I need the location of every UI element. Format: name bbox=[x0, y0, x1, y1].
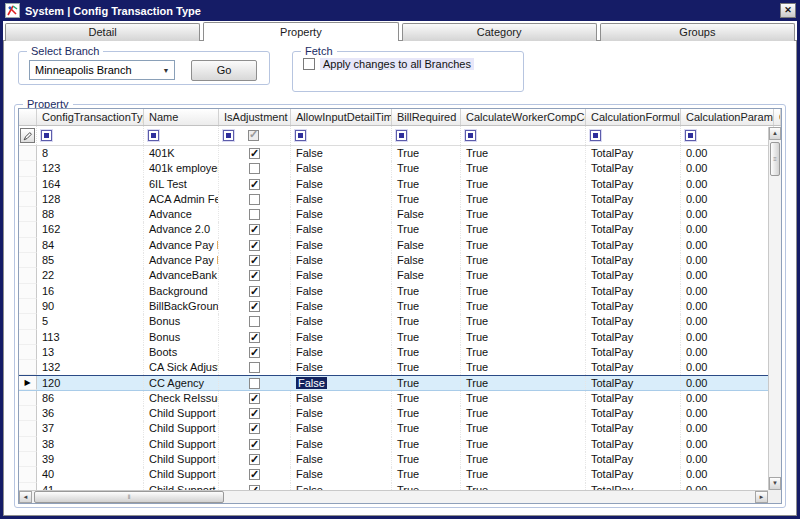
filter-icon[interactable] bbox=[685, 130, 696, 141]
cell-calculation-formula[interactable]: TotalPay bbox=[586, 268, 681, 283]
is-adjustment-checkbox[interactable] bbox=[249, 378, 260, 389]
table-row[interactable]: 40Child Support 5FalseTrueTrueTotalPay0.… bbox=[19, 467, 781, 482]
cell-name[interactable]: Advance Pay Back bbox=[144, 238, 219, 253]
cell-allow-input-detail-time[interactable]: False bbox=[291, 391, 392, 406]
cell-calculate-worker-comp-cost[interactable]: True bbox=[461, 345, 586, 360]
cell-calculate-worker-comp-cost[interactable]: True bbox=[461, 253, 586, 268]
is-adjustment-checkbox[interactable] bbox=[249, 163, 260, 174]
cell-allow-input-detail-time[interactable]: False bbox=[291, 284, 392, 299]
cell-name[interactable]: Advance bbox=[144, 207, 219, 222]
column-header-name[interactable]: Name bbox=[144, 109, 219, 125]
cell-is-adjustment[interactable] bbox=[219, 207, 291, 222]
cell-calculation-formula[interactable]: TotalPay bbox=[586, 222, 681, 237]
cell-calculation-parameter[interactable]: 0.00 bbox=[681, 207, 774, 222]
cell-bill-required[interactable]: True bbox=[392, 360, 461, 375]
branch-select[interactable]: Minneapolis Branch ▼ bbox=[29, 60, 175, 80]
cell-calculation-parameter[interactable]: 0.00 bbox=[681, 192, 774, 207]
cell-config-transaction-type-id[interactable]: 113 bbox=[37, 330, 144, 345]
cell-calculation-formula[interactable]: TotalPay bbox=[586, 192, 681, 207]
cell-name[interactable]: 6IL Test bbox=[144, 177, 219, 192]
cell-config-transaction-type-id[interactable]: 128 bbox=[37, 192, 144, 207]
cell-allow-input-detail-time[interactable]: False bbox=[291, 146, 392, 161]
cell-allow-input-detail-time[interactable]: False bbox=[291, 222, 392, 237]
is-adjustment-checkbox[interactable] bbox=[249, 469, 260, 480]
row-header[interactable] bbox=[19, 330, 37, 345]
table-row[interactable]: 90BillBackGroundC...FalseTrueTrueTotalPa… bbox=[19, 299, 781, 314]
cell-calculation-parameter[interactable]: 0.00 bbox=[681, 146, 774, 161]
is-adjustment-checkbox[interactable] bbox=[249, 209, 260, 220]
row-header[interactable] bbox=[19, 299, 37, 314]
cell-calculation-parameter[interactable]: 0.00 bbox=[681, 314, 774, 329]
is-adjustment-checkbox[interactable] bbox=[249, 270, 260, 281]
filter-icon[interactable] bbox=[396, 130, 407, 141]
table-row[interactable]: 13BootsFalseTrueTrueTotalPay0.000 bbox=[19, 345, 781, 360]
column-header-bill-required[interactable]: BillRequired bbox=[392, 109, 461, 125]
is-adjustment-checkbox[interactable] bbox=[249, 179, 260, 190]
is-adjustment-checkbox[interactable] bbox=[249, 408, 260, 419]
cell-is-adjustment[interactable] bbox=[219, 330, 291, 345]
cell-name[interactable]: Child Support 4 bbox=[144, 452, 219, 467]
cell-allow-input-detail-time[interactable]: False bbox=[291, 253, 392, 268]
cell-calculation-formula[interactable]: TotalPay bbox=[586, 406, 681, 421]
filter-icon[interactable] bbox=[590, 130, 601, 141]
cell-allow-input-detail-time[interactable]: False bbox=[291, 207, 392, 222]
cell-allow-input-detail-time[interactable]: False bbox=[291, 268, 392, 283]
table-row[interactable]: 1646IL TestFalseTrueTrueTotalPay0.000 bbox=[19, 177, 781, 192]
cell-calculation-formula[interactable]: TotalPay bbox=[586, 146, 681, 161]
cell-name[interactable]: Boots bbox=[144, 345, 219, 360]
table-row[interactable]: 88AdvanceFalseFalseTrueTotalPay0.000 bbox=[19, 207, 781, 222]
selected-cell-value[interactable]: False bbox=[296, 377, 327, 389]
cell-bill-required[interactable]: True bbox=[392, 284, 461, 299]
cell-bill-required[interactable]: True bbox=[392, 299, 461, 314]
cell-name[interactable]: Child Support 1 bbox=[144, 406, 219, 421]
row-header[interactable] bbox=[19, 452, 37, 467]
table-row[interactable]: 85Advance Pay Ba...FalseFalseTrueTotalPa… bbox=[19, 253, 781, 268]
cell-allow-input-detail-time[interactable]: False bbox=[291, 345, 392, 360]
row-header[interactable] bbox=[19, 192, 37, 207]
pencil-icon[interactable] bbox=[20, 128, 35, 143]
cell-is-adjustment[interactable] bbox=[219, 406, 291, 421]
cell-is-adjustment[interactable] bbox=[219, 360, 291, 375]
tab-property[interactable]: Property bbox=[203, 22, 398, 41]
cell-is-adjustment[interactable] bbox=[219, 314, 291, 329]
row-header[interactable] bbox=[19, 360, 37, 375]
row-header[interactable] bbox=[19, 238, 37, 253]
cell-bill-required[interactable]: True bbox=[392, 314, 461, 329]
row-header[interactable] bbox=[19, 391, 37, 406]
cell-calculation-formula[interactable]: TotalPay bbox=[586, 161, 681, 176]
table-row[interactable]: 8401KFalseTrueTrueTotalPay0.000 bbox=[19, 146, 781, 161]
tab-category[interactable]: Category bbox=[402, 23, 597, 41]
horizontal-scrollbar[interactable]: ◄ ⦀ ► bbox=[19, 490, 768, 503]
cell-allow-input-detail-time[interactable]: False bbox=[291, 177, 392, 192]
cell-calculation-parameter[interactable]: 0.00 bbox=[681, 177, 774, 192]
cell-calculation-formula[interactable]: TotalPay bbox=[586, 314, 681, 329]
table-row[interactable]: 162Advance 2.0FalseTrueTrueTotalPay0.000 bbox=[19, 222, 781, 237]
cell-allow-input-detail-time[interactable]: False bbox=[291, 467, 392, 482]
is-adjustment-checkbox[interactable] bbox=[249, 316, 260, 327]
cell-config-transaction-type-id[interactable]: 5 bbox=[37, 314, 144, 329]
is-adjustment-filter-checkbox[interactable] bbox=[248, 130, 259, 141]
cell-allow-input-detail-time[interactable]: False bbox=[291, 192, 392, 207]
cell-bill-required[interactable]: True bbox=[392, 406, 461, 421]
row-header[interactable] bbox=[19, 314, 37, 329]
cell-config-transaction-type-id[interactable]: 86 bbox=[37, 391, 144, 406]
table-row[interactable]: 132CA Sick AdjustFalseTrueTrueTotalPay0.… bbox=[19, 360, 781, 375]
row-header[interactable] bbox=[19, 146, 37, 161]
cell-name[interactable]: Child Support 5 bbox=[144, 467, 219, 482]
cell-calculation-formula[interactable]: TotalPay bbox=[586, 253, 681, 268]
cell-config-transaction-type-id[interactable]: 90 bbox=[37, 299, 144, 314]
cell-calculation-parameter[interactable]: 0.00 bbox=[681, 161, 774, 176]
cell-calculation-parameter[interactable]: 0.00 bbox=[681, 268, 774, 283]
row-header[interactable] bbox=[19, 437, 37, 452]
cell-config-transaction-type-id[interactable]: 88 bbox=[37, 207, 144, 222]
scroll-left-icon[interactable]: ◄ bbox=[19, 491, 32, 503]
cell-is-adjustment[interactable] bbox=[219, 268, 291, 283]
column-header-config-transaction-type-id[interactable]: ConfigTransactionTypeID bbox=[37, 109, 144, 125]
cell-bill-required[interactable]: True bbox=[392, 345, 461, 360]
cell-calculation-parameter[interactable]: 0.00 bbox=[681, 345, 774, 360]
is-adjustment-checkbox[interactable] bbox=[249, 362, 260, 373]
cell-calculation-parameter[interactable]: 0.00 bbox=[681, 284, 774, 299]
cell-allow-input-detail-time[interactable]: False bbox=[291, 161, 392, 176]
row-header[interactable] bbox=[19, 284, 37, 299]
row-header[interactable] bbox=[19, 222, 37, 237]
